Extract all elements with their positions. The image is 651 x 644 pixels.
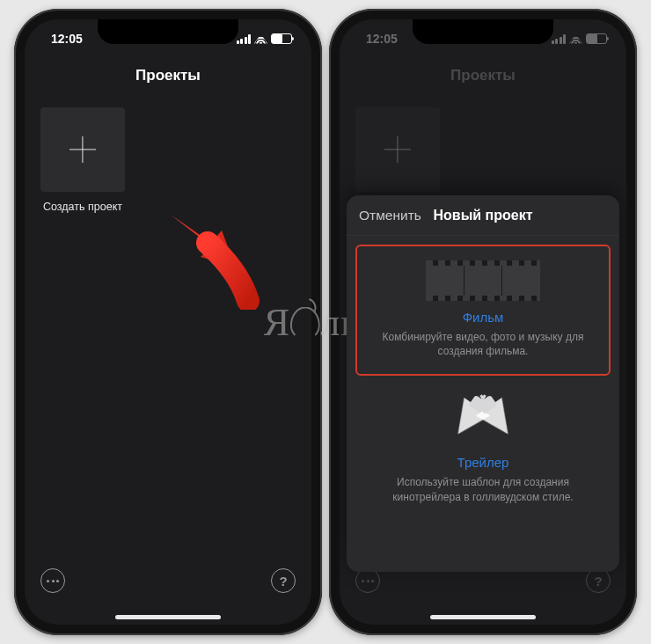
- phone-left: 12:05 Проекты Создать проект ?: [14, 9, 322, 635]
- content-area: Создать проект: [25, 97, 311, 625]
- sheet-title: Новый проект: [433, 208, 532, 223]
- phone-right: 12:05 Проекты Создать проект ?: [329, 9, 637, 635]
- plus-icon: [69, 136, 96, 163]
- sheet-header: Отменить Новый проект: [347, 195, 619, 236]
- ellipsis-icon: [362, 580, 374, 582]
- ellipsis-icon: [47, 580, 59, 582]
- filmstrip-icon: [426, 260, 540, 301]
- screen: 12:05 Проекты Создать проект ?: [340, 19, 626, 625]
- wifi-icon: [569, 34, 582, 44]
- help-icon: ?: [279, 574, 287, 589]
- status-time: 12:05: [366, 32, 398, 46]
- home-indicator[interactable]: [430, 615, 536, 619]
- spotlights-icon: [443, 395, 523, 446]
- cellular-icon: [552, 34, 567, 44]
- more-button[interactable]: [355, 568, 380, 593]
- page-title: Проекты: [25, 58, 311, 97]
- help-button[interactable]: ?: [586, 568, 611, 593]
- status-right: [552, 33, 608, 44]
- notch: [413, 19, 553, 44]
- battery-icon: [271, 33, 292, 44]
- option-movie[interactable]: Фильм Комбинируйте видео, фото и музыку …: [355, 245, 611, 376]
- screen: 12:05 Проекты Создать проект ?: [25, 19, 311, 625]
- more-button[interactable]: [40, 568, 65, 593]
- cancel-button[interactable]: Отменить: [359, 195, 421, 236]
- status-right: [237, 33, 293, 44]
- help-button[interactable]: ?: [271, 568, 296, 593]
- create-project-tile[interactable]: [40, 107, 125, 192]
- notch: [98, 19, 238, 44]
- status-time: 12:05: [51, 32, 83, 46]
- create-project-label: Создать проект: [40, 201, 125, 213]
- option-movie-title: Фильм: [368, 310, 598, 325]
- battery-icon: [586, 33, 607, 44]
- new-project-sheet: Отменить Новый проект Фильм Комбинируйте…: [347, 195, 619, 572]
- create-project-tile: [355, 107, 440, 192]
- option-trailer-title: Трейлер: [366, 455, 600, 470]
- option-movie-desc: Комбинируйте видео, фото и музыку для со…: [368, 330, 598, 358]
- cellular-icon: [237, 34, 252, 44]
- wifi-icon: [254, 34, 267, 44]
- option-trailer-desc: Используйте шаблон для создания кинотрей…: [366, 475, 600, 503]
- option-trailer[interactable]: Трейлер Используйте шаблон для создания …: [355, 381, 611, 519]
- sheet-body: Фильм Комбинируйте видео, фото и музыку …: [347, 236, 619, 572]
- home-indicator[interactable]: [115, 615, 221, 619]
- page-title: Проекты: [340, 58, 626, 97]
- plus-icon: [384, 136, 411, 163]
- help-icon: ?: [594, 574, 602, 589]
